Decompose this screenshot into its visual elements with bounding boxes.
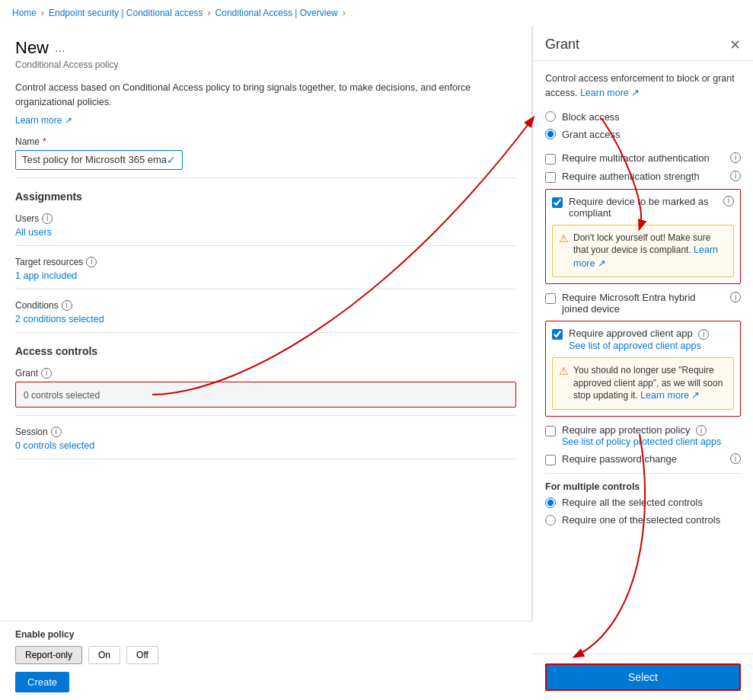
require-compliant-checkbox[interactable]: Require device to be marked as compliant… [552, 196, 734, 219]
left-panel: New ... Conditional Access policy Contro… [0, 26, 532, 700]
password-change-info-icon[interactable]: i [730, 453, 741, 464]
see-policy-apps-link[interactable]: See list of policy protected client apps [562, 436, 721, 447]
compliant-device-highlight: Require device to be marked as compliant… [545, 189, 741, 285]
compliant-warning-text: Don't lock yourself out! Make sure that … [573, 232, 727, 271]
checkmark-icon: ✓ [167, 154, 176, 166]
require-hybrid-info-icon[interactable]: i [730, 292, 741, 302]
require-auth-strength-info-icon[interactable]: i [730, 171, 741, 181]
access-controls-header: Access controls [15, 345, 516, 357]
warning-icon-compliant: ⚠ [559, 232, 569, 271]
require-one-radio[interactable]: Require one of the selected controls [545, 514, 741, 526]
users-value[interactable]: All users [15, 227, 516, 238]
learn-more-link-main[interactable]: Learn more ↗ [15, 115, 72, 126]
toggle-off[interactable]: Off [126, 646, 158, 664]
multiple-controls-label: For multiple controls [545, 481, 741, 492]
require-hybrid-input[interactable] [545, 293, 556, 304]
drawer-title: Grant [545, 37, 579, 53]
require-mfa-info-icon[interactable]: i [730, 152, 741, 163]
breadcrumb: Home › Endpoint security | Conditional a… [0, 0, 753, 26]
require-password-change-checkbox[interactable]: Require password change i [545, 453, 741, 465]
require-hybrid-checkbox[interactable]: Require Microsoft Entra hybrid joined de… [545, 292, 741, 315]
conditions-label: Conditions i [15, 300, 516, 311]
require-mfa-checkbox[interactable]: Require multifactor authentication i [545, 152, 741, 165]
require-compliant-info-icon[interactable]: i [723, 196, 734, 206]
drawer-description: Control access enforcement to block or g… [545, 72, 741, 101]
app-protection-info-icon[interactable]: i [696, 425, 707, 436]
block-access-radio-input[interactable] [545, 111, 556, 122]
grant-label: Grant i [15, 368, 516, 379]
conditions-info-icon[interactable]: i [62, 300, 72, 311]
toggle-on[interactable]: On [88, 646, 120, 664]
see-approved-apps-link[interactable]: See list of approved client apps [569, 340, 701, 351]
breadcrumb-home[interactable]: Home [12, 8, 37, 18]
grant-panel: Grant ✕ Control access enforcement to bl… [532, 26, 753, 700]
require-app-protection-input[interactable] [545, 426, 556, 436]
breadcrumb-overview[interactable]: Conditional Access | Overview [215, 8, 338, 18]
toggle-report-only[interactable]: Report-only [15, 646, 82, 664]
approved-warning-text: You should no longer use "Require approv… [573, 364, 727, 403]
create-button[interactable]: Create [15, 672, 69, 692]
enable-policy-label: Enable policy [15, 629, 518, 640]
grant-info-icon[interactable]: i [41, 368, 52, 379]
approved-warning-box: ⚠ You should no longer use "Require appr… [552, 357, 734, 410]
require-one-radio-input[interactable] [545, 515, 556, 526]
require-all-radio[interactable]: Require all the selected controls [545, 497, 741, 508]
require-approved-app-input[interactable] [552, 329, 563, 340]
require-password-change-input[interactable] [545, 455, 556, 465]
approved-app-highlight: Require approved client app i See list o… [545, 321, 741, 417]
compliant-warning-box: ⚠ Don't lock yourself out! Make sure tha… [552, 225, 734, 278]
learn-more-grant[interactable]: Learn more ↗ [580, 88, 640, 98]
drawer-body: Control access enforcement to block or g… [533, 61, 753, 654]
page-title: New ... [15, 38, 516, 58]
select-button[interactable]: Select [545, 663, 741, 691]
users-label: Users i [15, 213, 516, 224]
target-resources-info-icon[interactable]: i [86, 257, 97, 267]
drawer-footer: Select [533, 654, 753, 700]
grant-access-radio[interactable]: Grant access [545, 129, 741, 140]
require-compliant-input[interactable] [552, 197, 563, 208]
approved-learn-more[interactable]: Learn more ↗ [640, 390, 700, 401]
enable-policy-bar: Enable policy Report-only On Off Create [0, 621, 533, 700]
users-info-icon[interactable]: i [42, 213, 53, 224]
session-info-icon[interactable]: i [51, 427, 62, 437]
description-text: Control access based on Conditional Acce… [15, 81, 516, 110]
name-input[interactable] [22, 154, 167, 165]
require-mfa-input[interactable] [545, 154, 556, 165]
grant-value: 0 controls selected [24, 390, 508, 401]
require-auth-strength-checkbox[interactable]: Require authentication strength i [545, 171, 741, 183]
grant-box[interactable]: 0 controls selected [15, 382, 516, 408]
target-resources-label: Target resources i [15, 257, 516, 267]
conditions-value[interactable]: 2 conditions selected [15, 314, 516, 324]
assignments-header: Assignments [15, 190, 516, 203]
grant-access-radio-input[interactable] [545, 129, 556, 139]
approved-app-info-icon[interactable]: i [698, 329, 709, 340]
name-input-wrapper[interactable]: ✓ [15, 150, 183, 170]
require-auth-strength-input[interactable] [545, 172, 556, 183]
breadcrumb-endpoint[interactable]: Endpoint security | Conditional access [49, 8, 203, 18]
require-app-protection-checkbox[interactable]: Require app protection policy i See list… [545, 424, 741, 448]
page-subtitle: Conditional Access policy [15, 59, 516, 70]
session-label: Session i [15, 427, 516, 437]
session-value[interactable]: 0 controls selected [15, 440, 516, 451]
close-button[interactable]: ✕ [729, 38, 741, 52]
require-all-radio-input[interactable] [545, 497, 556, 508]
block-access-radio[interactable]: Block access [545, 111, 741, 123]
require-approved-app-checkbox[interactable]: Require approved client app i See list o… [552, 328, 734, 351]
name-field-label: Name * [15, 136, 516, 147]
target-resources-value[interactable]: 1 app included [15, 270, 516, 281]
warning-icon-approved: ⚠ [559, 365, 569, 403]
drawer-header: Grant ✕ [533, 26, 753, 61]
toggle-row: Report-only On Off [15, 646, 518, 664]
